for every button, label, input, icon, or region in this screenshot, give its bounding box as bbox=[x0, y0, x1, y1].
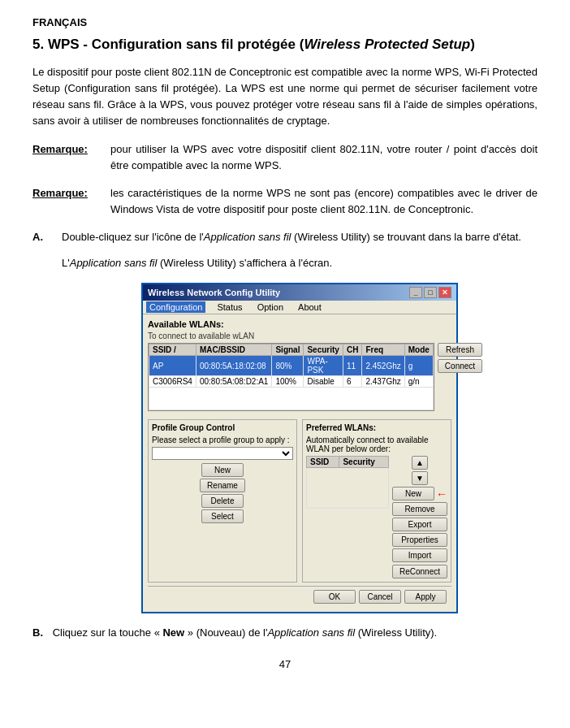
window-titlebar: Wireless Network Config Utility _ □ ✕ bbox=[143, 284, 456, 301]
page-number: 47 bbox=[32, 658, 538, 670]
pref-col-security: Security bbox=[339, 457, 389, 468]
available-table-wrap: SSID / MAC/BSSID Signal Security CH Freq… bbox=[148, 343, 434, 414]
app-display-line: L'Application sans fil (Wireless Utility… bbox=[62, 255, 538, 271]
remark-2: Remarque: les caractéristiques de la nor… bbox=[32, 185, 538, 218]
pref-col-ssid: SSID bbox=[307, 457, 339, 468]
pref-table-row-empty bbox=[307, 468, 389, 509]
cell-mode: g bbox=[404, 356, 433, 376]
preferred-new-wrap: New ← bbox=[392, 487, 447, 500]
preferred-remove-button[interactable]: Remove bbox=[392, 502, 447, 516]
window-body: Available WLANs: To connect to available… bbox=[143, 314, 456, 612]
step-a-content: Double-cliquez sur l'icône de l'Applicat… bbox=[62, 229, 538, 245]
remark-1: Remarque: pour utiliser la WPS avec votr… bbox=[32, 141, 538, 174]
app-line-text2: (Wireless Utility) s'affichera à l'écran… bbox=[157, 257, 332, 269]
step-b-text1: Cliquez sur la touche « bbox=[53, 626, 163, 639]
cell-freq: 2.452Ghz bbox=[362, 356, 404, 376]
cell-security: Disable bbox=[304, 376, 343, 388]
preferred-up-button[interactable]: ▲ bbox=[412, 456, 428, 470]
profile-group-control: Profile Group Control Please select a pr… bbox=[148, 419, 297, 583]
preferred-new-button[interactable]: New bbox=[392, 487, 434, 500]
preferred-wlan-section: Preferred WLANs: Automatically connect t… bbox=[302, 419, 451, 583]
profile-group-select[interactable] bbox=[152, 447, 293, 460]
section-title-end: ) bbox=[470, 37, 475, 52]
col-ssid: SSID / bbox=[149, 344, 196, 356]
col-mode: Mode bbox=[404, 344, 433, 356]
preferred-import-button[interactable]: Import bbox=[392, 548, 447, 562]
cell-mac: 00:80:5A:18:02:08 bbox=[196, 356, 272, 376]
step-b-new: New bbox=[162, 626, 184, 639]
profile-group-title: Profile Group Control bbox=[152, 423, 293, 432]
section-title-text: WPS - Configuration sans fil protégée (W… bbox=[48, 37, 475, 52]
profile-new-button[interactable]: New bbox=[201, 463, 244, 477]
connect-button[interactable]: Connect bbox=[438, 359, 482, 373]
cell-ssid: C3006RS4 bbox=[149, 376, 196, 388]
menu-configuration[interactable]: Configuration bbox=[146, 301, 205, 313]
remark-2-text: les caractéristiques de la norme WPS ne … bbox=[110, 185, 538, 218]
cell-security: WPA-PSK bbox=[304, 356, 343, 376]
preferred-content: SSID Security bbox=[306, 456, 447, 562]
remark-1-label: Remarque: bbox=[32, 141, 106, 174]
window-menubar: Configuration Status Option About bbox=[143, 301, 456, 314]
cell-ch: 6 bbox=[343, 376, 361, 388]
cell-ssid: AP bbox=[149, 356, 196, 376]
step-a-text2: (Wireless Utility) se trouvant dans la b… bbox=[291, 231, 521, 243]
menu-about[interactable]: About bbox=[295, 301, 325, 313]
available-header: Available WLANs: bbox=[148, 319, 451, 329]
col-security: Security bbox=[304, 344, 343, 356]
profile-select-button[interactable]: Select bbox=[201, 509, 244, 523]
window-title: Wireless Network Config Utility bbox=[148, 288, 280, 297]
preferred-table: SSID Security bbox=[306, 456, 389, 509]
menu-status[interactable]: Status bbox=[214, 301, 245, 313]
profile-group-label: Please select a profile group to apply : bbox=[152, 436, 293, 444]
wlan-window: Wireless Network Config Utility _ □ ✕ Co… bbox=[141, 283, 458, 613]
close-button[interactable]: ✕ bbox=[438, 287, 451, 298]
step-a: A. Double-cliquez sur l'icône de l'Appli… bbox=[32, 229, 538, 245]
menu-option[interactable]: Option bbox=[254, 301, 287, 313]
step-b-text2: » (Nouveau) de l' bbox=[184, 626, 267, 639]
available-table-container: SSID / MAC/BSSID Signal Security CH Freq… bbox=[148, 343, 434, 411]
preferred-export-button[interactable]: Export bbox=[392, 518, 447, 531]
section-title-italic: Wireless Protected Setup bbox=[304, 37, 470, 52]
table-row[interactable]: C3006RS4 00:80:5A:08:D2:A1 100% Disable … bbox=[149, 376, 434, 388]
section-number: 5. bbox=[32, 37, 44, 52]
available-section: SSID / MAC/BSSID Signal Security CH Freq… bbox=[148, 343, 451, 414]
step-b: B. Cliquez sur la touche « New » (Nouvea… bbox=[32, 625, 538, 641]
apply-button[interactable]: Apply bbox=[404, 590, 447, 604]
connect-label: To connect to available wLAN bbox=[148, 332, 451, 340]
available-table: SSID / MAC/BSSID Signal Security CH Freq… bbox=[149, 344, 434, 410]
refresh-button[interactable]: Refresh bbox=[438, 343, 482, 357]
step-b-label: B. bbox=[32, 626, 43, 639]
reconnect-button[interactable]: ReConnect bbox=[392, 565, 447, 578]
body-paragraph: Le dispositif pour poste client 802.11N … bbox=[32, 64, 538, 130]
remark-1-text: pour utiliser la WPS avec votre disposit… bbox=[110, 141, 538, 174]
col-mac: MAC/BSSID bbox=[196, 344, 272, 356]
preferred-wlan-title: Preferred WLANs: bbox=[306, 423, 447, 432]
ok-button[interactable]: OK bbox=[313, 590, 356, 604]
preferred-properties-button[interactable]: Properties bbox=[392, 533, 447, 547]
cell-freq: 2.437Ghz bbox=[362, 376, 404, 388]
preferred-table-wrap: SSID Security bbox=[306, 456, 389, 562]
minimize-button[interactable]: _ bbox=[409, 287, 422, 298]
maximize-button[interactable]: □ bbox=[424, 287, 437, 298]
profile-delete-button[interactable]: Delete bbox=[201, 494, 244, 508]
preferred-down-button[interactable]: ▼ bbox=[412, 471, 428, 485]
table-row-empty bbox=[149, 388, 434, 410]
step-a-text1: Double-cliquez sur l'icône de l' bbox=[62, 231, 204, 243]
cell-signal: 100% bbox=[272, 376, 304, 388]
bottom-action-bar: OK Cancel Apply bbox=[148, 586, 451, 607]
titlebar-buttons: _ □ ✕ bbox=[409, 287, 451, 298]
reconnect-wrap: ReConnect bbox=[306, 565, 447, 578]
preferred-side-buttons: ▲ ▼ New ← Remove Export Properties Impor… bbox=[392, 456, 447, 562]
profile-rename-button[interactable]: Rename bbox=[200, 479, 245, 492]
table-row[interactable]: AP 00:80:5A:18:02:08 80% WPA-PSK 11 2.45… bbox=[149, 356, 434, 376]
bottom-section: Profile Group Control Please select a pr… bbox=[148, 419, 451, 583]
language-label: FRANÇAIS bbox=[32, 16, 538, 28]
step-a-label: A. bbox=[32, 229, 55, 245]
app-line-text1: L' bbox=[62, 257, 70, 269]
profile-buttons: New Rename Delete Select bbox=[152, 463, 293, 523]
step-b-app: Application sans fil bbox=[267, 626, 355, 639]
cancel-button[interactable]: Cancel bbox=[359, 590, 401, 604]
screenshot-container: Wireless Network Config Utility _ □ ✕ Co… bbox=[62, 283, 538, 613]
col-freq: Freq bbox=[362, 344, 404, 356]
cell-signal: 80% bbox=[272, 356, 304, 376]
